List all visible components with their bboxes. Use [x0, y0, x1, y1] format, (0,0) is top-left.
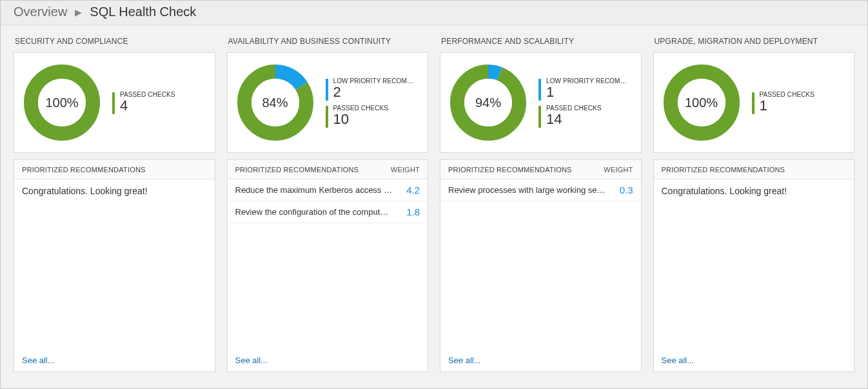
recommendation-text: Reduce the maximum Kerberos access token… — [235, 185, 399, 195]
donut-percent-label: 84% — [237, 64, 314, 141]
bar-icon — [752, 92, 755, 114]
chevron-right-icon: ▶ — [75, 7, 82, 17]
metric-passed: PASSED CHECKS 1 — [752, 91, 815, 114]
metric-value: 2 — [333, 85, 419, 99]
recommendations-tile: PRIORITIZED RECOMMENDATIONSCongratulatio… — [14, 159, 215, 372]
health-tile[interactable]: 94% LOW PRIORITY RECOMMENDATIO... 1 PASS… — [440, 52, 642, 153]
recommendations-header: PRIORITIZED RECOMMENDATIONS — [14, 160, 215, 179]
see-all-link[interactable]: See all... — [440, 348, 641, 372]
congrats-message: Congratulations. Looking great! — [14, 179, 215, 203]
donut-chart: 100% — [23, 64, 101, 141]
metric-passed: PASSED CHECKS 14 — [538, 105, 632, 128]
health-tile[interactable]: 100% PASSED CHECKS 4 — [14, 52, 215, 153]
metric-label: LOW PRIORITY RECOMMENDATIO... — [546, 77, 632, 85]
metric-value: 1 — [546, 85, 632, 99]
donut-percent-label: 100% — [23, 64, 101, 141]
panel-title: SECURITY AND COMPLIANCE — [14, 37, 215, 46]
metrics: PASSED CHECKS 4 — [112, 91, 175, 114]
recommendation-text: Review processes with large working set … — [448, 185, 611, 195]
donut-percent-label: 100% — [663, 64, 740, 141]
congrats-message: Congratulations. Looking great! — [654, 179, 854, 203]
recommendations-header-title: PRIORITIZED RECOMMENDATIONS — [448, 166, 572, 174]
donut-percent-label: 94% — [449, 64, 527, 141]
recommendations-body: Reduce the maximum Kerberos access token… — [228, 179, 428, 348]
metric-low-priority: LOW PRIORITY RECOMMENDATIO... 2 — [326, 77, 419, 101]
panel-title: AVAILABILITY AND BUSINESS CONTINUITY — [227, 37, 429, 46]
health-tile[interactable]: 84% LOW PRIORITY RECOMMENDATIO... 2 PASS… — [227, 52, 429, 153]
metric-label: PASSED CHECKS — [120, 91, 175, 98]
panel: SECURITY AND COMPLIANCE 100% PASSED CHEC… — [14, 37, 215, 372]
metric-label: PASSED CHECKS — [760, 91, 815, 98]
metrics: LOW PRIORITY RECOMMENDATIO... 2 PASSED C… — [326, 77, 419, 128]
breadcrumb: Overview ▶ SQL Health Check — [1, 1, 867, 25]
health-tile[interactable]: 100% PASSED CHECKS 1 — [653, 52, 855, 153]
metric-passed: PASSED CHECKS 4 — [112, 91, 175, 114]
bar-icon — [326, 106, 328, 128]
recommendations-header: PRIORITIZED RECOMMENDATIONSWEIGHT — [440, 160, 641, 179]
recommendations-header-title: PRIORITIZED RECOMMENDATIONS — [22, 166, 146, 174]
recommendation-row[interactable]: Reduce the maximum Kerberos access token… — [228, 179, 428, 201]
bar-icon — [112, 92, 115, 114]
metric-value: 1 — [760, 98, 815, 113]
metric-label: LOW PRIORITY RECOMMENDATIO... — [333, 77, 419, 85]
recommendation-text: Review the configuration of the computer… — [235, 207, 399, 217]
panel: PERFORMANCE AND SCALABILITY 94% LOW PRIO… — [440, 37, 642, 372]
bar-icon — [538, 79, 541, 101]
recommendations-tile: PRIORITIZED RECOMMENDATIONSCongratulatio… — [653, 159, 855, 372]
donut-chart: 84% — [237, 64, 314, 141]
metrics: LOW PRIORITY RECOMMENDATIO... 1 PASSED C… — [538, 77, 632, 128]
metric-value: 4 — [120, 98, 175, 113]
panel: AVAILABILITY AND BUSINESS CONTINUITY 84%… — [227, 37, 429, 372]
recommendations-tile: PRIORITIZED RECOMMENDATIONSWEIGHTReduce … — [227, 159, 429, 372]
recommendations-body: Review processes with large working set … — [440, 179, 641, 348]
donut-chart: 100% — [663, 64, 740, 141]
metrics: PASSED CHECKS 1 — [752, 91, 815, 114]
recommendations-header: PRIORITIZED RECOMMENDATIONS — [654, 160, 854, 179]
recommendations-body: Congratulations. Looking great! — [14, 179, 215, 348]
recommendations-header: PRIORITIZED RECOMMENDATIONSWEIGHT — [228, 160, 428, 179]
see-all-link[interactable]: See all... — [228, 348, 428, 372]
recommendation-row[interactable]: Review the configuration of the computer… — [228, 201, 428, 223]
recommendations-header-title: PRIORITIZED RECOMMENDATIONS — [662, 166, 785, 174]
recommendations-header-weight: WEIGHT — [391, 166, 420, 174]
panel-title: UPGRADE, MIGRATION AND DEPLOYMENT — [653, 37, 855, 46]
see-all-link[interactable]: See all... — [654, 348, 854, 372]
recommendation-weight: 1.8 — [398, 206, 420, 217]
metric-low-priority: LOW PRIORITY RECOMMENDATIO... 1 — [538, 77, 632, 101]
metric-value: 10 — [333, 112, 389, 126]
recommendation-weight: 0.3 — [611, 185, 633, 195]
panel-title: PERFORMANCE AND SCALABILITY — [440, 37, 642, 46]
breadcrumb-root[interactable]: Overview — [14, 5, 67, 19]
recommendations-header-weight: WEIGHT — [604, 166, 633, 174]
metric-value: 14 — [546, 112, 602, 126]
recommendations-body: Congratulations. Looking great! — [654, 179, 854, 348]
see-all-link[interactable]: See all... — [14, 348, 215, 372]
recommendation-weight: 4.2 — [398, 185, 420, 195]
donut-chart: 94% — [449, 64, 527, 141]
bar-icon — [538, 106, 541, 128]
bar-icon — [326, 79, 328, 101]
recommendations-header-title: PRIORITIZED RECOMMENDATIONS — [235, 166, 359, 174]
recommendations-tile: PRIORITIZED RECOMMENDATIONSWEIGHTReview … — [440, 159, 642, 372]
breadcrumb-current: SQL Health Check — [90, 5, 196, 19]
recommendation-row[interactable]: Review processes with large working set … — [440, 179, 641, 201]
metric-passed: PASSED CHECKS 10 — [326, 105, 419, 128]
panel: UPGRADE, MIGRATION AND DEPLOYMENT 100% P… — [653, 37, 855, 372]
